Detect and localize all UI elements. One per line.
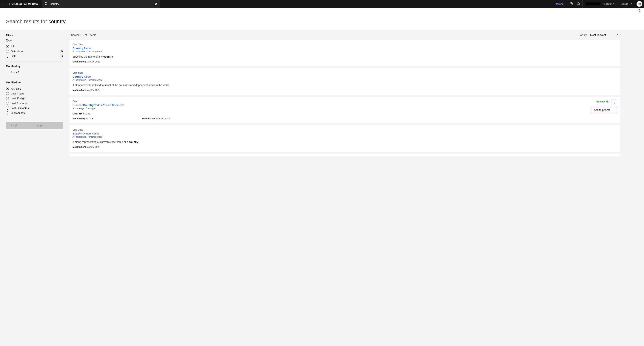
checkbox-icon: [6, 71, 9, 74]
result-path: All categories / [uncategorized]: [72, 136, 616, 138]
overflow-menu: Add to project: [591, 107, 617, 113]
filter-modifiedon-7days[interactable]: Last 7 days: [6, 91, 63, 96]
card-actions: Preview Add to project: [596, 99, 617, 105]
notifications-icon[interactable]: [575, 0, 582, 8]
radio-icon: [6, 107, 9, 110]
svg-point-10: [614, 103, 615, 104]
result-type: Data: [72, 100, 616, 103]
result-meta: Modified by: Anna B Modified on: May 19,…: [72, 117, 616, 120]
apply-button[interactable]: Apply: [34, 122, 63, 129]
result-description: A standard code defined for most of the …: [72, 84, 616, 87]
search-icon: [42, 3, 50, 6]
region-label: Dallas: [622, 3, 628, 5]
result-title-link[interactable]: State/Province Name: [72, 132, 616, 135]
filter-modifiedon-anytime[interactable]: Any time: [6, 86, 63, 91]
chevron-down-icon: [630, 3, 632, 5]
sort-value: Most relevant: [590, 34, 606, 37]
menu-icon[interactable]: [0, 0, 9, 8]
page-title-section: Search results for country: [0, 14, 644, 30]
showing-count: Showing 1-6 of 6 items: [70, 34, 96, 37]
filter-modifiedby-anna[interactable]: Anna B: [6, 70, 63, 75]
result-type: Data class: [72, 72, 616, 74]
filters-panel: Filters Type All Data class (5) Data (1)…: [0, 30, 67, 346]
filter-type-all[interactable]: All: [6, 44, 63, 49]
preview-button[interactable]: Preview: [596, 99, 609, 103]
filter-modifiedon-12months[interactable]: Last 12 months: [6, 106, 63, 111]
top-header: IBM Cloud Pak for Data Upgrade Account D…: [0, 0, 644, 8]
filters-heading: Filters: [6, 34, 63, 37]
result-path: All categories / [uncategorized]: [72, 79, 616, 81]
brand-label: IBM Cloud Pak for Data: [9, 3, 42, 6]
info-icon[interactable]: [637, 9, 642, 13]
result-description: Country codes: [72, 112, 616, 115]
result-path: All catalogs / Catalog A: [72, 107, 616, 110]
account-dropdown[interactable]: Account: [582, 0, 618, 8]
result-card: Preview Add to project Data NumericCount…: [70, 97, 620, 123]
radio-icon: [6, 87, 9, 90]
svg-rect-2: [3, 5, 6, 5]
page-title: Search results for country: [6, 19, 638, 25]
result-type: Data class: [72, 129, 616, 131]
account-label: Account: [603, 3, 612, 5]
svg-rect-0: [3, 3, 6, 3]
sub-toolbar: [0, 8, 644, 14]
filter-modifiedby-title: Modified by: [6, 65, 63, 68]
overflow-menu-icon[interactable]: [612, 99, 617, 105]
filter-modifiedon-30days[interactable]: Last 30 days: [6, 96, 63, 101]
filter-modifiedon-custom[interactable]: Custom date: [6, 111, 63, 115]
results-panel: Showing 1-6 of 6 items Sort by: Most rel…: [67, 30, 644, 346]
radio-icon: [6, 102, 9, 105]
svg-point-9: [614, 102, 615, 103]
result-title-link[interactable]: Country Name: [72, 47, 616, 50]
chevron-down-icon: [613, 3, 615, 5]
results-header: Showing 1-6 of 6 items Sort by: Most rel…: [70, 34, 620, 37]
search-input[interactable]: [50, 0, 152, 8]
result-card: Data class State/Province Name All categ…: [70, 125, 620, 152]
result-title-link[interactable]: NumericCountryCodesRelatedAlpha.csv: [72, 103, 616, 107]
result-description: Specifies the name of any country.: [72, 55, 616, 58]
radio-icon: [6, 92, 9, 95]
radio-icon: [6, 97, 9, 100]
clear-search-icon[interactable]: [152, 0, 160, 8]
radio-icon: [6, 112, 9, 115]
result-description: A string representing a state/province n…: [72, 140, 616, 143]
result-title-link[interactable]: Country Code: [72, 75, 616, 78]
svg-rect-1: [3, 4, 6, 4]
account-id-redacted: [586, 3, 600, 6]
eye-icon: [606, 100, 609, 103]
help-icon[interactable]: [568, 0, 575, 8]
result-meta: Modified on: May 25, 2022: [72, 60, 616, 63]
sort-label: Sort by:: [578, 34, 588, 37]
region-dropdown[interactable]: Dallas: [618, 0, 635, 8]
filter-type-title: Type: [6, 39, 63, 42]
result-meta: Modified on: May 25, 2022: [72, 146, 616, 148]
global-search: [42, 0, 160, 8]
chevron-down-icon: [617, 34, 619, 36]
add-to-project-item[interactable]: Add to project: [591, 107, 617, 113]
filter-modifiedon-title: Modified on: [6, 81, 63, 84]
svg-point-7: [607, 101, 608, 102]
sort-by: Sort by: Most relevant: [578, 34, 619, 37]
sort-dropdown[interactable]: Most relevant: [590, 34, 619, 37]
radio-icon: [6, 55, 9, 58]
filter-modifiedon-3months[interactable]: Last 3 months: [6, 101, 63, 106]
top-actions: Upgrade Account Dallas AB: [550, 0, 644, 8]
upgrade-link[interactable]: Upgrade: [550, 3, 568, 6]
result-path: All categories / [uncategorized]: [72, 50, 616, 53]
cancel-button[interactable]: Cancel: [6, 122, 34, 129]
filter-type-data[interactable]: Data (1): [6, 54, 63, 59]
radio-icon: [6, 45, 9, 48]
result-card: Data class Country Name All categories /…: [70, 40, 620, 66]
filter-type-data-class[interactable]: Data class (5): [6, 49, 63, 54]
radio-icon: [6, 50, 9, 53]
result-card: Data class Country Code All categories /…: [70, 68, 620, 95]
result-type: Data class: [72, 43, 616, 46]
avatar[interactable]: AB: [636, 1, 642, 7]
main-content: Filters Type All Data class (5) Data (1)…: [0, 30, 644, 346]
result-card: [70, 154, 620, 156]
svg-point-8: [614, 101, 615, 101]
result-meta: Modified on: May 25, 2022: [72, 89, 616, 92]
